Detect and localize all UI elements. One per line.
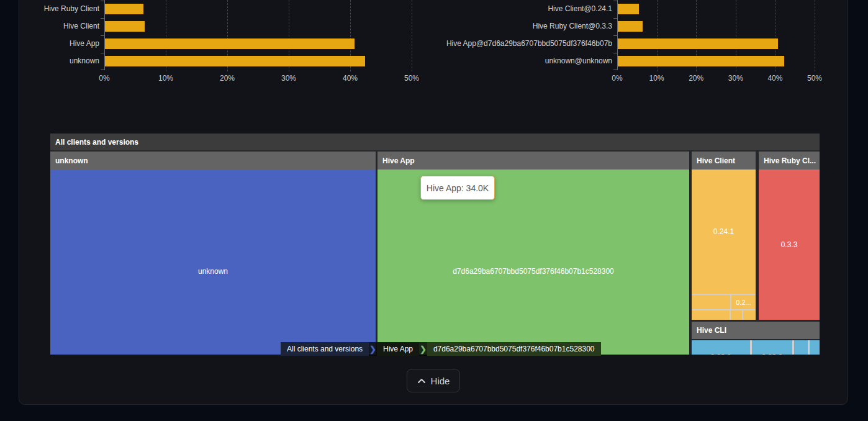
axis-tick <box>101 18 104 19</box>
x-tick-label: 50% <box>394 74 429 83</box>
axis-tick <box>613 1 617 1</box>
breadcrumb: All clients and versions❯Hive App❯d7d6a2… <box>281 342 601 356</box>
x-tick-label: 0% <box>87 74 122 83</box>
treemap-cell[interactable]: 0.2... <box>731 295 756 309</box>
breadcrumb-item[interactable]: Hive App <box>377 342 419 356</box>
treemap-cell[interactable] <box>810 340 820 355</box>
axis-tick <box>101 1 104 1</box>
treemap-section-header[interactable]: Hive Ruby Cl... <box>759 152 820 170</box>
gridline <box>412 0 412 71</box>
chevron-right-icon: ❯ <box>419 342 427 356</box>
x-tick-label: 40% <box>333 74 368 83</box>
x-tick-label: 0% <box>600 74 635 83</box>
x-tick-label: 10% <box>148 74 183 83</box>
x-tick-label: 20% <box>210 74 245 83</box>
x-tick-label: 30% <box>271 74 306 83</box>
category-label: Hive App@d7d6a29ba6707bbd5075df376f46b07… <box>435 38 612 49</box>
treemap-section-header[interactable]: Hive CLI <box>692 322 820 339</box>
hide-button-label: Hide <box>431 376 450 386</box>
dashboard-stage: Hive Ruby ClientHive ClientHive Appunkno… <box>0 0 868 421</box>
treemap-cell[interactable]: 0.3.3 <box>759 170 820 320</box>
treemap-section-header[interactable]: unknown <box>50 152 376 170</box>
bar-hive-app-d7d6a29ba6707bbd5075df376f46b07b[interactable] <box>618 38 778 49</box>
axis-tick <box>613 18 617 19</box>
bar-unknown[interactable] <box>105 56 365 66</box>
category-label: unknown <box>12 56 99 66</box>
treemap-cell[interactable]: unknown <box>50 170 376 355</box>
category-label: Hive Client@0.24.1 <box>435 4 612 14</box>
chevron-right-icon: ❯ <box>369 342 377 356</box>
bar-unknown-unknown[interactable] <box>618 56 784 66</box>
x-tick-label: 40% <box>757 74 792 83</box>
breadcrumb-item[interactable]: All clients and versions <box>281 342 369 356</box>
treemap-cell[interactable]: 0.23.0 <box>752 340 792 355</box>
bar-hive-ruby-client[interactable] <box>105 4 143 14</box>
treemap-cell[interactable] <box>743 310 756 320</box>
treemap-cell[interactable] <box>692 310 730 320</box>
x-tick-label: 30% <box>718 74 753 83</box>
treemap-tooltip: Hive App: 34.0K <box>420 176 495 200</box>
x-tick-label: 20% <box>679 74 713 83</box>
treemap-cell[interactable] <box>692 295 730 309</box>
category-label: Hive App <box>12 38 99 49</box>
bar-hive-client[interactable] <box>105 21 145 32</box>
chevron-up-icon <box>417 378 426 384</box>
axis-tick <box>101 70 104 70</box>
axis-tick <box>101 53 104 53</box>
category-label: Hive Ruby Client@0.3.3 <box>435 21 612 32</box>
treemap-title[interactable]: All clients and versions <box>50 134 820 150</box>
axis-tick <box>613 53 617 53</box>
client-versions-bar-chart: Hive Client@0.24.1Hive Ruby Client@0.3.3… <box>435 0 868 87</box>
bar-hive-ruby-client-0-3-3[interactable] <box>618 21 643 32</box>
treemap-section-header[interactable]: Hive Client <box>692 152 756 170</box>
hide-button[interactable]: Hide <box>407 369 460 392</box>
treemap-cell[interactable]: 0.24.1 <box>692 170 756 294</box>
treemap-cell[interactable]: 0.23.0 <box>692 340 750 355</box>
breadcrumb-item[interactable]: d7d6a29ba6707bbd5075df376f46b07b1c528300 <box>427 342 601 356</box>
clients-bar-chart: Hive Ruby ClientHive ClientHive Appunkno… <box>0 0 435 87</box>
x-tick-label: 10% <box>640 74 674 83</box>
axis-tick <box>613 35 617 36</box>
category-label: Hive Client <box>12 21 99 32</box>
gridline <box>815 0 815 71</box>
axis-tick <box>613 70 617 70</box>
treemap-cell[interactable] <box>731 310 742 320</box>
category-label: Hive Ruby Client <box>12 4 99 14</box>
category-label: unknown@unknown <box>435 56 612 66</box>
treemap-cell[interactable]: 0. <box>794 340 808 355</box>
clients-versions-treemap: All clients and versions unknownunknownH… <box>50 134 820 355</box>
axis-tick <box>101 35 104 36</box>
bar-hive-app[interactable] <box>105 38 355 49</box>
x-tick-label: 50% <box>797 74 832 83</box>
treemap-section-header[interactable]: Hive App <box>377 152 689 170</box>
bar-hive-client-0-24-1[interactable] <box>618 4 639 14</box>
